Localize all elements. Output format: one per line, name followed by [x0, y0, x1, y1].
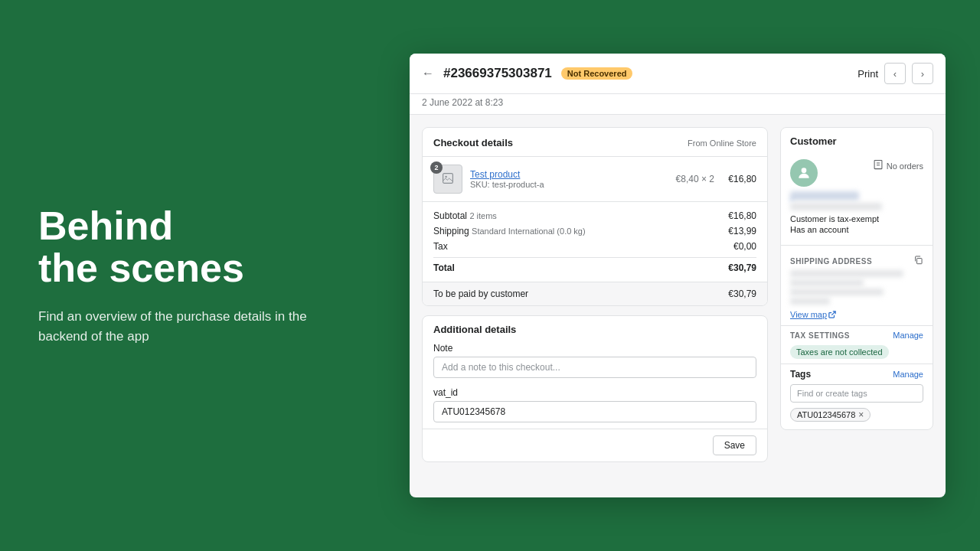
- address-line-2: [790, 279, 864, 286]
- print-button[interactable]: Print: [858, 68, 878, 80]
- svg-rect-3: [874, 160, 882, 168]
- product-info: Test product SKU: test-product-a: [470, 169, 668, 189]
- shipping-section: SHIPPING ADDRESS View map: [781, 250, 933, 325]
- total-row: Total €30,79: [433, 257, 756, 276]
- checkout-title: Checkout details: [433, 137, 513, 148]
- tags-input[interactable]: [790, 384, 923, 403]
- tags-manage-link[interactable]: Manage: [893, 370, 923, 379]
- vat-input[interactable]: [433, 401, 756, 422]
- qty-badge: 2: [430, 161, 443, 174]
- no-orders-label: No orders: [887, 161, 923, 171]
- left-panel: Behind the scenes Find an overview of th…: [0, 159, 375, 392]
- main-content: Checkout details From Online Store 2: [410, 115, 946, 474]
- address-line-1: [790, 270, 903, 277]
- headline-line1: Behind: [38, 204, 173, 248]
- headline: Behind the scenes: [38, 205, 337, 289]
- total-label: Total: [433, 262, 455, 273]
- additional-details-card: Additional details Note vat_id Save: [422, 315, 768, 462]
- address-country: [790, 298, 830, 305]
- subtotal-row: Subtotal 2 items €16,80: [433, 208, 756, 223]
- order-number: #23669375303871: [443, 66, 552, 81]
- customer-card: Customer No orders: [780, 127, 933, 430]
- tags-section: Tags Manage ATU012345678 ×: [781, 364, 933, 429]
- save-button[interactable]: Save: [713, 435, 756, 455]
- tax-label: Tax: [433, 241, 448, 252]
- vat-label: vat_id: [433, 387, 756, 398]
- customer-card-header: Customer: [781, 128, 933, 152]
- headline-line2: the scenes: [38, 246, 244, 290]
- address-line-3: [790, 289, 884, 295]
- left-column: Checkout details From Online Store 2: [422, 127, 768, 462]
- subtotal-label: Subtotal 2 items: [433, 210, 497, 221]
- product-name[interactable]: Test product: [470, 169, 668, 180]
- vat-group: vat_id: [423, 384, 767, 429]
- product-image: 2: [433, 165, 462, 194]
- to-be-paid-label: To be paid by customer: [433, 289, 528, 299]
- note-input[interactable]: [433, 357, 756, 378]
- tax-settings-section: TAX SETTINGS Manage Taxes are not collec…: [781, 325, 933, 364]
- tax-row: Tax €0,00: [433, 239, 756, 254]
- tags-list: ATU012345678 ×: [790, 407, 923, 422]
- checkout-details-card: Checkout details From Online Store 2: [422, 127, 768, 306]
- right-column: Customer No orders: [780, 127, 933, 462]
- shipping-label: Shipping Standard International (0.0 kg): [433, 226, 586, 236]
- view-map-link[interactable]: View map: [790, 310, 836, 319]
- subtotal-value: €16,80: [728, 210, 756, 221]
- shipping-value: €13,99: [728, 226, 756, 236]
- tax-settings-label: TAX SETTINGS: [790, 331, 850, 340]
- to-be-paid-value: €30,79: [728, 289, 756, 299]
- note-label: Note: [433, 343, 756, 354]
- description: Find an overview of the purchase details…: [38, 307, 337, 346]
- order-date: 2 June 2022 at 8:23: [410, 94, 946, 115]
- app-window: ← #23669375303871 Not Recovered Print ‹ …: [410, 54, 946, 497]
- customer-title: Customer: [790, 135, 837, 147]
- product-unit-price: €8,40 × 2: [676, 174, 714, 184]
- back-button[interactable]: ←: [422, 67, 434, 80]
- shipping-row: Shipping Standard International (0.0 kg)…: [433, 223, 756, 239]
- card-footer: Save: [423, 429, 767, 461]
- product-sku: SKU: test-product-a: [470, 180, 668, 189]
- window-header: ← #23669375303871 Not Recovered Print ‹ …: [410, 54, 946, 94]
- right-panel: ← #23669375303871 Not Recovered Print ‹ …: [375, 38, 980, 513]
- from-store: From Online Store: [688, 139, 756, 148]
- no-orders-section: No orders: [873, 159, 923, 172]
- customer-avatar: [790, 159, 818, 187]
- product-row: 2 Test product SKU: test-product-a €8,40…: [423, 157, 767, 202]
- has-account-label: Has an account: [790, 225, 923, 234]
- customer-email: [790, 203, 882, 210]
- tag-item: ATU012345678 ×: [790, 408, 871, 422]
- svg-rect-6: [917, 259, 923, 264]
- tags-header: Tags Manage: [790, 369, 923, 380]
- customer-header: No orders: [781, 152, 933, 191]
- checkout-header: Checkout details From Online Store: [423, 128, 767, 157]
- tag-remove-button[interactable]: ×: [858, 410, 864, 419]
- svg-rect-0: [443, 173, 453, 183]
- tags-title: Tags: [790, 369, 811, 380]
- tag-label: ATU012345678: [797, 410, 855, 419]
- header-actions: Print ‹ ›: [858, 63, 933, 84]
- to-be-paid-row: To be paid by customer €30,79: [423, 282, 767, 305]
- customer-info: Customer is tax-exempt Has an account: [781, 191, 933, 240]
- store-name: Online Store: [710, 139, 756, 148]
- totals-section: Subtotal 2 items €16,80 Shipping Standar…: [423, 202, 767, 282]
- tax-exempt-label: Customer is tax-exempt: [790, 214, 923, 223]
- from-label: From: [688, 139, 707, 148]
- tax-manage-link[interactable]: Manage: [893, 331, 923, 340]
- svg-point-2: [802, 168, 807, 173]
- note-group: Note: [423, 340, 767, 384]
- next-arrow[interactable]: ›: [912, 63, 933, 84]
- orders-icon: [873, 159, 884, 172]
- tax-value: €0,00: [733, 241, 756, 252]
- shipping-title: SHIPPING ADDRESS: [790, 255, 923, 267]
- image-icon: [442, 172, 454, 187]
- tax-badge: Taxes are not collected: [790, 345, 889, 359]
- svg-point-1: [445, 175, 446, 177]
- total-value: €30,79: [728, 262, 756, 273]
- status-badge: Not Recovered: [561, 67, 633, 80]
- additional-details-title: Additional details: [423, 316, 767, 340]
- prev-arrow[interactable]: ‹: [884, 63, 906, 84]
- copy-icon[interactable]: [913, 255, 923, 267]
- customer-name[interactable]: [790, 191, 859, 201]
- product-total: €16,80: [722, 174, 756, 184]
- tax-header: TAX SETTINGS Manage: [790, 331, 923, 340]
